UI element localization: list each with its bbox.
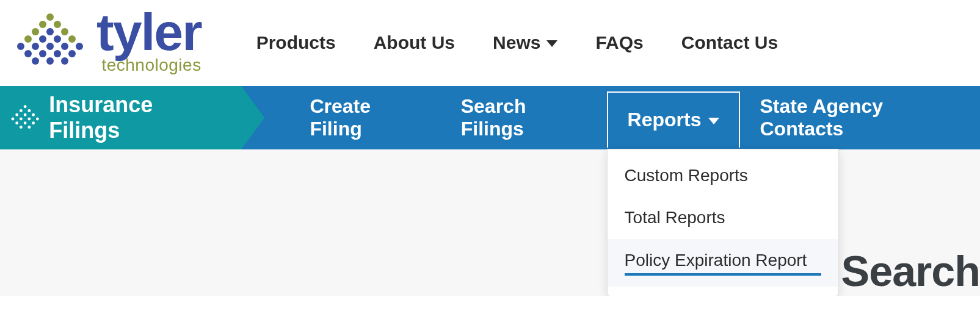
chevron-down-icon [708,118,719,124]
dropdown-item-policy-expiration-report[interactable]: Policy Expiration Report [608,239,838,287]
svg-point-3 [32,28,39,35]
svg-point-0 [46,13,54,21]
svg-point-8 [54,35,61,43]
svg-point-4 [46,28,54,35]
svg-point-23 [20,109,23,112]
svg-point-11 [32,43,39,50]
svg-point-25 [15,113,18,116]
svg-point-7 [39,35,46,43]
subnav-create-filing[interactable]: Create Filing [290,86,441,149]
svg-point-32 [15,121,18,124]
subnav-label: State Agency Contacts [760,95,960,140]
sub-bar-title-label: Insurance Filings [49,92,223,143]
reports-dropdown: Custom Reports Total Reports Policy Expi… [607,149,839,296]
svg-point-17 [54,50,61,57]
subnav-search-filings[interactable]: Search Filings [441,86,607,149]
chevron-down-icon [546,40,557,47]
logo-word: tyler [96,11,201,53]
svg-point-20 [46,57,54,65]
nav-label: Products [256,32,336,53]
svg-point-10 [17,43,24,50]
sub-bar-title[interactable]: Insurance Filings [0,86,241,149]
svg-point-30 [27,117,31,120]
dropdown-item-label: Policy Expiration Report [625,251,807,270]
svg-point-13 [61,43,68,50]
svg-point-14 [76,43,83,50]
svg-point-29 [20,117,23,120]
subnav-reports[interactable]: Reports Custom Reports Total Reports Pol… [607,91,741,148]
svg-point-27 [32,113,35,116]
nav-news[interactable]: News [493,32,557,53]
logo-subword: technologies [96,55,201,75]
subnav-label: Create Filing [310,95,421,140]
top-header: tyler technologies Products About Us New… [0,0,980,86]
svg-point-5 [61,28,68,35]
logo[interactable]: tyler technologies [13,11,201,75]
svg-point-22 [24,105,27,108]
nav-label: Contact Us [681,32,778,53]
nav-label: About Us [374,32,455,53]
svg-point-19 [32,57,39,65]
svg-point-18 [68,50,76,57]
svg-point-33 [24,121,27,124]
sub-nav: Create Filing Search Filings Reports Cus… [290,86,980,149]
dropdown-item-custom-reports[interactable]: Custom Reports [608,154,838,197]
svg-point-21 [61,57,68,65]
nav-about-us[interactable]: About Us [374,32,455,53]
subnav-state-agency-contacts[interactable]: State Agency Contacts [740,86,980,149]
svg-point-15 [24,50,32,57]
svg-point-16 [39,50,46,57]
svg-point-9 [68,35,76,43]
svg-point-34 [32,121,35,124]
svg-point-36 [27,126,31,129]
subnav-label: Search Filings [461,95,587,140]
svg-point-26 [24,113,27,116]
svg-point-6 [24,35,32,43]
nav-label: News [493,32,540,53]
active-underline [625,273,821,276]
svg-point-35 [20,126,23,129]
nav-products[interactable]: Products [256,32,336,53]
svg-point-31 [36,117,39,120]
subnav-label: Reports [628,109,702,131]
svg-point-12 [46,43,54,50]
dropdown-item-label: Total Reports [625,208,725,227]
logo-text: tyler technologies [96,11,201,75]
nav-label: FAQs [595,32,643,53]
top-nav: Products About Us News FAQs Contact Us [256,32,778,53]
nav-contact-us[interactable]: Contact Us [681,32,778,53]
svg-point-1 [39,21,46,28]
dropdown-item-total-reports[interactable]: Total Reports [608,196,838,239]
svg-point-28 [11,117,14,120]
dropdown-item-label: Custom Reports [625,166,748,185]
svg-point-24 [27,109,31,112]
page-title: Search [841,247,980,296]
logo-icon [13,12,87,73]
sub-bar: Insurance Filings Create Filing Search F… [0,86,980,149]
svg-point-2 [54,21,61,28]
diamond-dots-icon [11,103,39,132]
nav-faqs[interactable]: FAQs [595,32,643,53]
